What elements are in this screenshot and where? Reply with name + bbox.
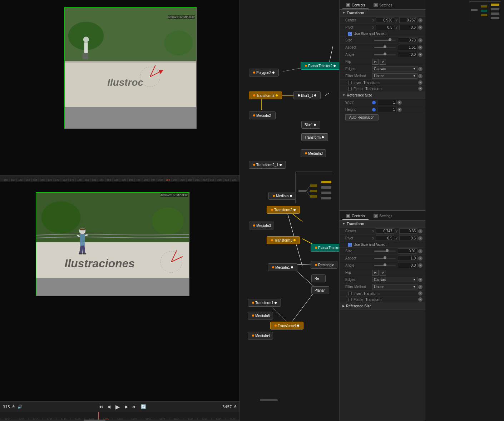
center-add-btn-top[interactable]: + — [418, 18, 423, 23]
use-size-aspect-checkbox-top[interactable]: ✓ — [348, 32, 352, 36]
invert-add-btn-bottom[interactable]: + — [418, 291, 423, 296]
play-button[interactable]: ▶ — [113, 403, 122, 411]
aspect-input-bottom[interactable] — [398, 256, 417, 261]
size-input-top[interactable] — [398, 38, 417, 43]
filter-add-btn-top[interactable]: + — [418, 74, 423, 78]
node-mediain2[interactable]: MediaIn2 — [249, 112, 276, 119]
flatten-add-btn-top[interactable]: + — [418, 86, 423, 91]
use-size-aspect-checkbox-bottom[interactable]: ✓ — [348, 243, 352, 247]
node-transform-top[interactable]: Transform — [301, 133, 328, 141]
center-x-input-top[interactable] — [376, 18, 394, 23]
angle-add-btn-bottom[interactable]: + — [418, 263, 423, 268]
filter-dropdown-bottom[interactable]: Linear ▼ — [372, 284, 417, 289]
auto-resolution-button-top[interactable]: Auto Resolution — [345, 114, 379, 120]
node-mediain3-top[interactable]: MediaIn3 — [301, 149, 326, 157]
flatten-transform-checkbox-bottom[interactable] — [348, 298, 352, 301]
center-add-btn-bottom[interactable]: + — [418, 229, 423, 233]
node-mediain1[interactable]: MediaIn1 — [268, 263, 297, 271]
node-rectangle[interactable]: Rectangle — [311, 261, 337, 269]
timeline-ruler-bottom[interactable]: 3420 3425 3430 3435 3440 3445 3450 3455 … — [0, 412, 239, 421]
width-input-top[interactable] — [377, 100, 397, 105]
edges-add-btn-bottom[interactable]: + — [418, 278, 423, 282]
node-mediain5[interactable]: MediaIn5 — [248, 312, 273, 320]
pivot-y-input-bottom[interactable] — [399, 236, 418, 241]
viewer-canvas-bottom[interactable]: Ilustraciones — [36, 192, 189, 296]
center-x-input-bottom[interactable] — [376, 228, 394, 234]
node-blur1-1[interactable]: Blur1_1 — [293, 91, 321, 99]
tab-settings-top[interactable]: ⚙ Settings — [370, 1, 396, 9]
ref-size-section-header-top[interactable]: ▼ Reference Size — [340, 92, 425, 99]
aspect-slider-top[interactable] — [374, 47, 396, 48]
node-blur1[interactable]: Blur1 — [301, 121, 320, 129]
width-add-btn-top[interactable]: + — [397, 100, 402, 105]
aspect-input-top[interactable] — [398, 45, 417, 50]
node-transform2-1[interactable]: Transform2_1 — [249, 161, 286, 169]
step-forward-button[interactable]: ▶ — [123, 403, 129, 410]
node-re[interactable]: Re — [311, 274, 326, 282]
invert-transform-checkbox-top[interactable] — [348, 81, 352, 84]
timeline-ruler-top[interactable]: 158 160 162 164 166 168 170 172 174 176 … — [0, 175, 239, 182]
node-mediain3-b[interactable]: MediaIn3 — [249, 222, 274, 229]
edges-dropdown-top[interactable]: Canvas ▼ — [372, 66, 417, 71]
node-scrollbar-h[interactable] — [240, 399, 339, 401]
edges-dropdown-bottom[interactable]: Canvas ▼ — [372, 277, 417, 282]
size-add-btn-bottom[interactable]: + — [418, 249, 423, 253]
pivot-x-input-top[interactable] — [376, 25, 394, 30]
node-transform4[interactable]: Transform4 — [270, 322, 303, 330]
node-canvas[interactable]: Polygon2 Transform2 MediaIn2 Blur1_1 — [240, 0, 339, 401]
flatten-add-btn-bottom[interactable]: + — [418, 297, 423, 302]
tab-settings-bottom[interactable]: ⚙ Settings — [370, 212, 396, 220]
node-mediain-mid[interactable]: MediaIn — [268, 192, 296, 200]
go-to-end-button[interactable]: ⏭ — [131, 403, 138, 410]
angle-slider-bottom[interactable] — [374, 265, 396, 266]
tab-controls-top[interactable]: ⊞ Controls — [342, 1, 369, 9]
step-back-button[interactable]: ◀ — [106, 403, 112, 410]
node-scrollbar-thumb[interactable] — [260, 399, 278, 401]
flip-h-button-bottom[interactable]: H — [372, 270, 379, 276]
pivot-add-btn-top[interactable]: + — [418, 25, 423, 30]
node-transform1[interactable]: Transform1 — [248, 299, 281, 307]
aspect-slider-bottom[interactable] — [374, 258, 396, 259]
node-mediain4[interactable]: MediaIn4 — [248, 332, 273, 340]
aspect-add-btn-top[interactable]: + — [418, 45, 423, 50]
height-add-btn-top[interactable]: + — [397, 108, 402, 112]
timeline-scrollbar-thumb[interactable] — [84, 420, 105, 421]
pivot-add-btn-bottom[interactable]: + — [418, 236, 423, 241]
size-input-bottom[interactable] — [398, 248, 417, 254]
edges-add-btn-top[interactable]: + — [418, 67, 423, 71]
node-planartracker-b[interactable]: PlanarTracker — [311, 244, 339, 252]
angle-input-bottom[interactable] — [398, 263, 417, 268]
go-to-start-button[interactable]: ⏮ — [97, 403, 104, 410]
transform-section-header-top[interactable]: ▼ Transform — [340, 10, 425, 17]
invert-add-btn-top[interactable]: + — [418, 80, 423, 85]
height-input-top[interactable] — [377, 107, 397, 112]
filter-dropdown-top[interactable]: Linear ▼ — [372, 73, 417, 79]
angle-slider-top[interactable] — [374, 54, 396, 55]
angle-input-top[interactable] — [398, 52, 417, 57]
flip-v-button-top[interactable]: V — [380, 59, 386, 65]
viewer-canvas-top[interactable]: Ilustroc — [64, 7, 197, 129]
node-polygon2[interactable]: Polygon2 — [249, 69, 279, 76]
node-transform2[interactable]: Transform2 — [249, 91, 282, 99]
size-slider-bottom[interactable] — [374, 251, 396, 252]
node-planartracker2[interactable]: PlanarTracker2 — [301, 62, 339, 70]
center-y-input-bottom[interactable] — [399, 228, 418, 234]
angle-add-btn-top[interactable]: + — [418, 53, 423, 57]
pivot-x-input-bottom[interactable] — [376, 236, 394, 241]
pivot-y-input-top[interactable] — [399, 25, 418, 30]
ref-size-section-header-bottom[interactable]: ▶ Reference Size — [340, 303, 425, 310]
flip-h-button-top[interactable]: H — [372, 59, 379, 65]
size-slider-top[interactable] — [374, 40, 396, 41]
center-y-input-top[interactable] — [399, 18, 418, 23]
loop-button[interactable]: 🔄 — [139, 403, 148, 410]
flip-v-button-bottom[interactable]: V — [380, 270, 386, 276]
node-transform3[interactable]: Transform3 — [267, 236, 300, 244]
volume-icon[interactable]: 🔊 — [18, 405, 23, 409]
invert-transform-checkbox-bottom[interactable] — [348, 292, 352, 295]
size-add-btn-top[interactable]: + — [418, 38, 423, 43]
transform-section-header-bottom[interactable]: ▼ Transform — [340, 221, 425, 228]
flatten-transform-checkbox-top[interactable] — [348, 87, 352, 90]
node-planar[interactable]: Planar — [311, 286, 329, 294]
tab-controls-bottom[interactable]: ⊞ Controls — [342, 212, 369, 220]
timeline-scrollbar-track[interactable] — [0, 420, 239, 421]
